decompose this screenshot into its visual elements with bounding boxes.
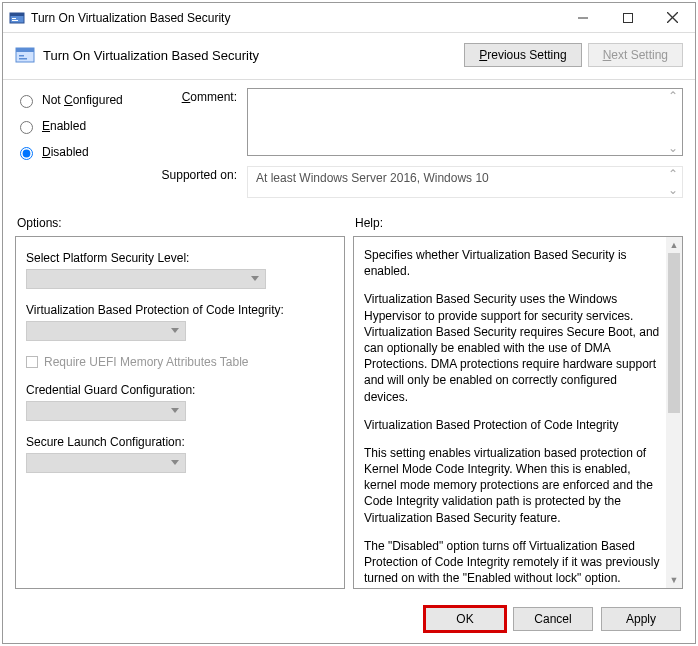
help-column: Help: Specifies whether Virtualization B… <box>353 210 683 589</box>
radio-not-configured-input[interactable] <box>20 95 33 108</box>
supported-on-field: At least Windows Server 2016, Windows 10… <box>247 166 683 198</box>
ok-button[interactable]: OK <box>425 607 505 631</box>
radio-disabled-input[interactable] <box>20 147 33 160</box>
scrollbar-up-icon[interactable]: ▲ <box>666 237 682 253</box>
credential-guard-label: Credential Guard Configuration: <box>26 383 326 397</box>
radio-enabled[interactable]: Enabled <box>15 118 135 134</box>
apply-button[interactable]: Apply <box>601 607 681 631</box>
supported-label: Supported on: <box>147 166 237 182</box>
nav-buttons: Previous Setting Next Setting <box>464 43 683 67</box>
policy-icon <box>15 45 35 65</box>
radio-not-configured[interactable]: Not Configured <box>15 92 135 108</box>
svg-rect-2 <box>12 18 16 19</box>
titlebar: Turn On Virtualization Based Security <box>3 3 695 33</box>
comment-textarea[interactable]: ⌃⌄ <box>247 88 683 156</box>
chevron-down-icon[interactable]: ⌄ <box>668 143 678 153</box>
svg-rect-10 <box>19 55 24 57</box>
svg-rect-11 <box>19 58 27 60</box>
platform-security-label: Select Platform Security Level: <box>26 251 326 265</box>
supported-row: Supported on: At least Windows Server 20… <box>147 166 683 198</box>
radio-disabled-label: Disabled <box>42 145 89 159</box>
radio-enabled-input[interactable] <box>20 121 33 134</box>
dialog-footer: OK Cancel Apply <box>3 597 695 643</box>
credential-guard-select <box>26 401 186 421</box>
uefi-checkbox: Require UEFI Memory Attributes Table <box>26 355 326 369</box>
chevron-up-icon[interactable]: ⌃ <box>668 91 678 101</box>
upper-panel: Not Configured Enabled Disabled Comment:… <box>3 80 695 202</box>
vbp-select <box>26 321 186 341</box>
help-p1: Specifies whether Virtualization Based S… <box>364 247 660 279</box>
lower-panel: Options: Select Platform Security Level:… <box>3 202 695 597</box>
help-p2: Virtualization Based Security uses the W… <box>364 291 660 404</box>
next-setting-button: Next Setting <box>588 43 683 67</box>
help-p3: Virtualization Based Protection of Code … <box>364 417 660 433</box>
uefi-checkbox-label: Require UEFI Memory Attributes Table <box>44 355 249 369</box>
upper-fields: Comment: ⌃⌄ Supported on: At least Windo… <box>147 88 683 198</box>
chevron-down-icon: ⌄ <box>668 185 678 195</box>
svg-rect-9 <box>16 48 34 52</box>
vbp-label: Virtualization Based Protection of Code … <box>26 303 326 317</box>
window-controls <box>560 3 695 33</box>
checkbox-icon <box>26 356 38 368</box>
app-icon <box>9 10 25 26</box>
policy-title: Turn On Virtualization Based Security <box>43 48 464 63</box>
supported-spinner: ⌃⌄ <box>668 169 678 195</box>
help-scrollbar[interactable]: ▲ ▼ <box>666 237 682 588</box>
previous-setting-button[interactable]: Previous Setting <box>464 43 581 67</box>
platform-security-select <box>26 269 266 289</box>
dialog-window: Turn On Virtualization Based Security Tu… <box>2 2 696 644</box>
maximize-button[interactable] <box>605 3 650 33</box>
help-label: Help: <box>353 210 683 236</box>
comment-spinner[interactable]: ⌃⌄ <box>668 91 678 153</box>
cancel-button[interactable]: Cancel <box>513 607 593 631</box>
options-column: Options: Select Platform Security Level:… <box>15 210 345 589</box>
svg-rect-3 <box>12 20 18 21</box>
chevron-up-icon: ⌃ <box>668 169 678 179</box>
window-title: Turn On Virtualization Based Security <box>31 11 560 25</box>
help-text: Specifies whether Virtualization Based S… <box>364 247 660 586</box>
scrollbar-down-icon[interactable]: ▼ <box>666 572 682 588</box>
help-box: Specifies whether Virtualization Based S… <box>353 236 683 589</box>
secure-launch-label: Secure Launch Configuration: <box>26 435 326 449</box>
radio-not-configured-label: Not Configured <box>42 93 123 107</box>
secure-launch-select <box>26 453 186 473</box>
comment-label: Comment: <box>147 88 237 104</box>
options-box: Select Platform Security Level: Virtuali… <box>15 236 345 589</box>
options-label: Options: <box>15 210 345 236</box>
radio-enabled-label: Enabled <box>42 119 86 133</box>
comment-row: Comment: ⌃⌄ <box>147 88 683 156</box>
supported-on-text: At least Windows Server 2016, Windows 10 <box>256 171 489 185</box>
help-p4: This setting enables virtualization base… <box>364 445 660 526</box>
svg-rect-1 <box>10 13 24 16</box>
help-p5: The "Disabled" option turns off Virtuali… <box>364 538 660 587</box>
scrollbar-thumb[interactable] <box>668 253 680 413</box>
close-button[interactable] <box>650 3 695 33</box>
radio-disabled[interactable]: Disabled <box>15 144 135 160</box>
state-radios: Not Configured Enabled Disabled <box>15 88 135 198</box>
minimize-button[interactable] <box>560 3 605 33</box>
svg-rect-5 <box>623 13 632 22</box>
policy-header: Turn On Virtualization Based Security Pr… <box>3 33 695 80</box>
